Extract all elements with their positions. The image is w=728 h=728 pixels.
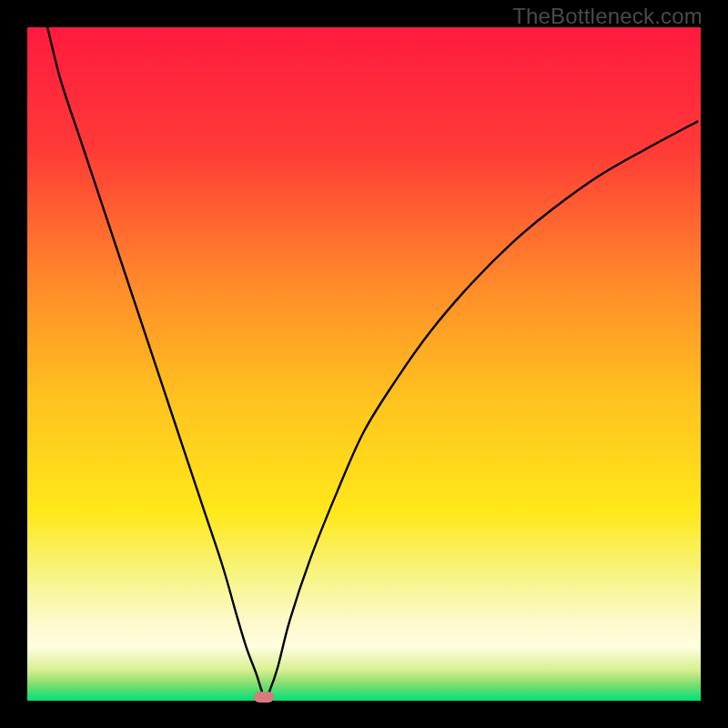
plot-frame [27, 27, 701, 701]
chart-background [27, 27, 701, 701]
watermark-text: TheBottleneck.com [512, 4, 703, 29]
bottleneck-chart [27, 27, 701, 701]
optimal-point-marker [254, 692, 274, 703]
